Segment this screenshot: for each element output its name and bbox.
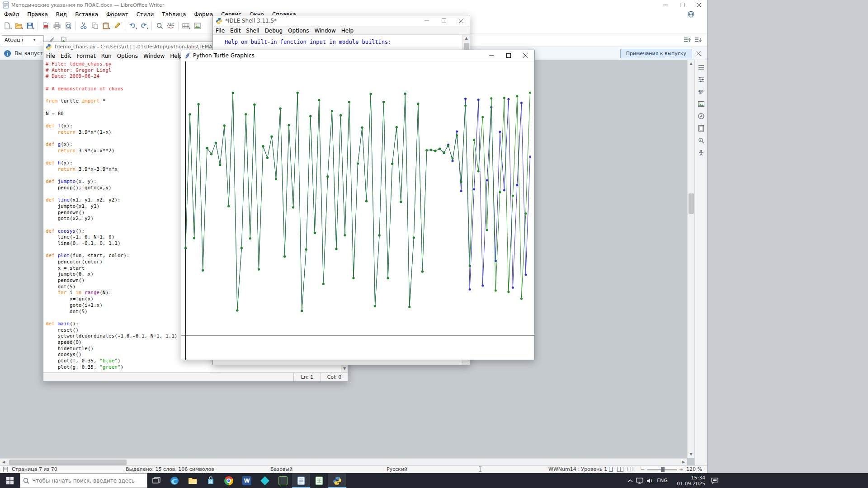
- edge-icon[interactable]: [165, 473, 184, 488]
- libreoffice-calc-taskbar-icon[interactable]: [310, 473, 328, 488]
- idle-menu-shell[interactable]: Shell: [243, 27, 262, 34]
- editor-menu-window[interactable]: Window: [141, 52, 167, 60]
- insert-image-button[interactable]: [192, 20, 203, 32]
- undo-button[interactable]: ▾: [127, 20, 138, 32]
- statusbar-language[interactable]: Русский: [387, 466, 407, 472]
- open-button[interactable]: ▾: [13, 20, 24, 32]
- tray-language[interactable]: ENG: [655, 473, 670, 488]
- infobar-close-icon[interactable]: [697, 52, 701, 56]
- styles-icon[interactable]: ¶: [696, 87, 706, 97]
- chrome-icon[interactable]: [220, 473, 238, 488]
- start-button[interactable]: [0, 473, 20, 488]
- idle-menu-window[interactable]: Window: [311, 27, 338, 34]
- writer-vscroll-thumb[interactable]: [689, 193, 694, 214]
- writer-menu-file[interactable]: Файл: [0, 11, 23, 18]
- idle-menu-file[interactable]: File: [213, 27, 227, 34]
- writer-minimize-button[interactable]: [657, 0, 674, 10]
- cut-button[interactable]: [78, 20, 89, 32]
- turtle-canvas[interactable]: [181, 61, 534, 360]
- view-multi-page-icon[interactable]: [617, 466, 623, 472]
- writer-titlebar[interactable]: Методические указания по ПОАС.docx — Lib…: [0, 0, 707, 10]
- writer-vertical-scrollbar[interactable]: ▲ ▼: [687, 60, 694, 458]
- writer-horizontal-scrollbar[interactable]: ◀ ▶: [0, 458, 687, 465]
- writer-hscroll-thumb[interactable]: [9, 460, 127, 465]
- statusbar-page-style[interactable]: Базовый: [270, 466, 292, 472]
- writer-menu-view[interactable]: Вид: [52, 11, 71, 18]
- writer-menu-styles[interactable]: Стили: [132, 11, 158, 18]
- insert-table-button[interactable]: ▾: [180, 20, 192, 32]
- writer-close-button[interactable]: [690, 0, 707, 10]
- turtle-maximize-button[interactable]: [500, 50, 517, 61]
- find-replace-button[interactable]: [154, 20, 165, 32]
- paste-button[interactable]: ▾: [100, 20, 112, 32]
- paragraph-style-combo[interactable]: Абзац списка ▾: [2, 35, 44, 45]
- taskbar-search[interactable]: [20, 473, 147, 488]
- editor-menu-format[interactable]: Format: [74, 52, 98, 60]
- turtle-close-button[interactable]: [517, 50, 534, 61]
- statusbar-page[interactable]: Страница 7 из 70: [12, 466, 57, 472]
- tray-volume-icon[interactable]: [645, 473, 655, 488]
- view-book-icon[interactable]: [627, 466, 633, 472]
- combo-dropdown-icon[interactable]: ▾: [23, 36, 43, 45]
- editor-menu-options[interactable]: Options: [114, 52, 141, 60]
- tray-clock[interactable]: 15:34 01.09.2025: [675, 473, 705, 488]
- print-preview-button[interactable]: [62, 20, 74, 32]
- statusbar-selection[interactable]: Выделено: 15 слов, 106 символов: [126, 466, 214, 472]
- scroll-down-icon[interactable]: ▼: [688, 451, 694, 458]
- statusbar-zoom[interactable]: 120 %: [686, 466, 702, 472]
- scroll-up-icon[interactable]: ▲: [688, 60, 694, 67]
- writer-menu-insert[interactable]: Вставка: [71, 11, 102, 18]
- sidebar-settings-icon[interactable]: [696, 62, 706, 72]
- style-inspector-icon[interactable]: ¶: [696, 136, 706, 145]
- editor-menu-run[interactable]: Run: [99, 52, 114, 60]
- idle-titlebar[interactable]: *IDLE Shell 3.11.5*: [213, 15, 470, 27]
- spell-check-button[interactable]: ABC: [165, 20, 176, 32]
- idle-menu-debug[interactable]: Debug: [262, 27, 285, 34]
- save-button[interactable]: ▾: [24, 20, 36, 32]
- navigator-icon[interactable]: [696, 111, 706, 121]
- accessibility-check-icon[interactable]: [696, 148, 706, 158]
- idle-menu-help[interactable]: Help: [339, 27, 356, 34]
- zoom-slider-thumb[interactable]: [661, 467, 665, 472]
- idle-maximize-button[interactable]: [435, 15, 453, 26]
- editor-menu-file[interactable]: File: [43, 52, 58, 60]
- libreoffice-writer-taskbar-icon[interactable]: [292, 473, 310, 488]
- task-view-button[interactable]: [147, 473, 165, 488]
- statusbar-list-level[interactable]: WWNum14 : Уровень 1: [548, 466, 607, 472]
- idle-close-button[interactable]: [453, 15, 470, 26]
- release-notes-button[interactable]: Примечания к выпуску: [620, 49, 692, 58]
- writer-maximize-button[interactable]: [674, 0, 690, 10]
- zoom-out-button[interactable]: −: [641, 466, 645, 472]
- writer-menu-format[interactable]: Формат: [102, 11, 132, 18]
- print-button[interactable]: [51, 20, 62, 32]
- insert-mode-icon[interactable]: [477, 466, 483, 472]
- sort-ascending-icon[interactable]: [681, 34, 693, 46]
- scroll-up-icon[interactable]: ▲: [463, 35, 470, 42]
- search-input[interactable]: [32, 478, 136, 484]
- page-icon[interactable]: [696, 123, 706, 133]
- action-center-icon[interactable]: [709, 473, 721, 488]
- view-single-page-icon[interactable]: [608, 466, 613, 472]
- store-icon[interactable]: [202, 473, 220, 488]
- teal-app-icon[interactable]: [256, 473, 274, 488]
- document-saved-icon[interactable]: [3, 466, 9, 472]
- globe-icon[interactable]: [688, 11, 694, 18]
- idle-minimize-button[interactable]: [418, 15, 435, 26]
- export-pdf-button[interactable]: [40, 20, 51, 32]
- scroll-right-icon[interactable]: ▶: [680, 459, 687, 466]
- dark-app-icon[interactable]: [274, 473, 292, 488]
- gallery-icon[interactable]: [696, 99, 706, 109]
- sort-descending-icon[interactable]: [692, 34, 703, 46]
- clone-formatting-button[interactable]: [112, 20, 123, 32]
- scroll-left-icon[interactable]: ◀: [0, 459, 7, 466]
- editor-menu-edit[interactable]: Edit: [58, 52, 74, 60]
- idle-menu-options[interactable]: Options: [285, 27, 311, 34]
- word-icon[interactable]: W: [238, 473, 256, 488]
- properties-icon[interactable]: [696, 75, 706, 84]
- python-taskbar-icon[interactable]: [328, 473, 346, 488]
- redo-button[interactable]: ▾: [138, 20, 150, 32]
- scroll-down-icon[interactable]: ▼: [341, 365, 348, 372]
- copy-button[interactable]: [89, 20, 100, 32]
- tray-chevron-icon[interactable]: [626, 473, 635, 488]
- turtle-titlebar[interactable]: Python Turtle Graphics: [181, 50, 534, 61]
